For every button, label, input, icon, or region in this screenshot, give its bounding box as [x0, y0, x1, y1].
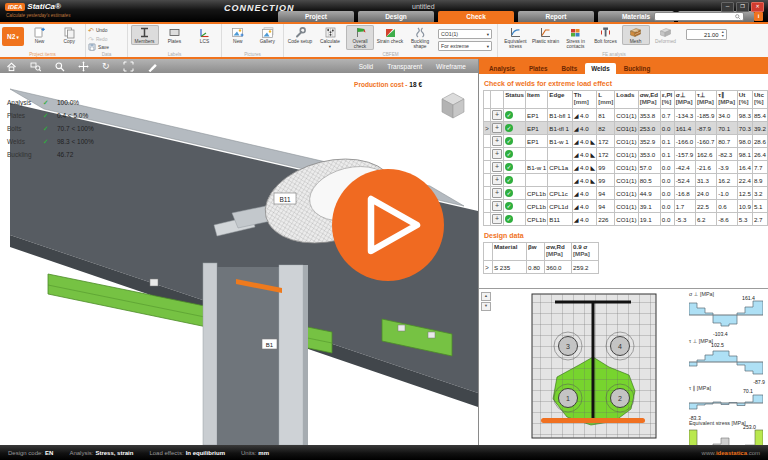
weld-row[interactable]: ◢ 4.0 ◣ 99 CO1(1) 80.5 0.0 -52.4 31.3 16… — [484, 174, 768, 187]
scale-up-button[interactable]: ▲ — [481, 292, 491, 301]
search-box[interactable] — [654, 12, 744, 21]
spinner-down-icon[interactable]: ▼ — [721, 35, 724, 39]
pan-icon[interactable] — [78, 61, 89, 72]
main-tab[interactable]: Project — [278, 11, 354, 22]
play-button[interactable] — [332, 169, 444, 281]
svg-text:1: 1 — [566, 395, 570, 402]
sigma-wed-cell: 253.0 — [638, 122, 660, 135]
expand-row-button[interactable] — [492, 110, 502, 120]
edge-cell: CPL1a — [548, 161, 572, 174]
save-button[interactable]: Save — [88, 44, 125, 51]
zoom-icon[interactable] — [54, 61, 65, 72]
results-tab[interactable]: Welds — [585, 63, 615, 74]
weld-row[interactable]: ◢ 4.0 ◣ 172 CO1(1) 353.0 0.1 -157.9 162.… — [484, 148, 768, 161]
load-case-select[interactable]: CO1(1) — [438, 29, 492, 39]
bolt-forces-button[interactable]: Bolt forces — [592, 25, 620, 45]
website-link[interactable]: www.ideastatica.com — [702, 450, 760, 456]
main-tab[interactable]: Check — [438, 11, 514, 22]
copy-item-button[interactable]: Copy — [55, 25, 83, 45]
utc-cell: 85.4 — [752, 109, 767, 122]
results-tab[interactable]: Plates — [523, 63, 554, 74]
length-cell: 172 — [597, 135, 615, 148]
edge-cell: CPL1c — [548, 187, 572, 200]
row-marker — [484, 109, 491, 122]
check-summary-row: Analysis 100.0% — [7, 96, 94, 109]
expand-row-button[interactable] — [492, 201, 502, 211]
expand-row-button[interactable] — [492, 214, 502, 224]
mesh-button[interactable]: Mesh — [622, 25, 650, 45]
tau-perp-cell: -87.9 — [695, 122, 716, 135]
new-picture-button[interactable]: New — [224, 25, 252, 45]
results-tab[interactable]: Bolts — [555, 63, 583, 74]
new-item-button[interactable]: New — [26, 25, 54, 45]
main-tab[interactable]: Design — [358, 11, 434, 22]
view-mode-option[interactable]: Wireframe — [436, 63, 466, 70]
members-labels-button[interactable]: Members — [131, 25, 159, 45]
view-mode-option[interactable]: Transparent — [387, 63, 422, 70]
stress-chart-icon — [509, 26, 522, 39]
weld-row[interactable]: > EP1 B1-tfl 1 ◢ 4.0 82 CO1(1) 253.0 0.0… — [484, 122, 768, 135]
weld-row[interactable]: CPL1b CPL1d ◢ 4.0 94 CO1(1) 39.1 0.0 1.7… — [484, 200, 768, 213]
extreme-filter-select[interactable]: For extreme — [438, 41, 492, 51]
home-view-icon[interactable] — [6, 61, 17, 72]
strain-check-button[interactable]: Strain check — [376, 25, 404, 45]
navigation-cube[interactable] — [436, 88, 470, 122]
overall-check-button[interactable]: Overall check — [346, 25, 374, 50]
sigma-perp-cell: 1.7 — [674, 200, 695, 213]
titlebar: IDEA StatiCa® Calculate yesterday's esti… — [0, 0, 768, 24]
close-button[interactable] — [751, 2, 764, 12]
design-data-row[interactable]: > S 235 0.80 360.0 259.2 — [484, 261, 599, 274]
zoom-fit-icon[interactable] — [123, 61, 134, 72]
equivalent-stress-button[interactable]: Equivalent stress — [502, 25, 530, 50]
view-mode-option[interactable]: Solid — [359, 63, 373, 70]
tau-par-cell: 80.7 — [717, 135, 738, 148]
minimize-button[interactable] — [721, 2, 734, 12]
weld-row[interactable]: B1-w 1 CPL1a ◢ 4.0 ◣ 99 CO1(1) 57.0 0.0 … — [484, 161, 768, 174]
buckling-shape-button[interactable]: Buckling shape — [406, 25, 434, 50]
tau-par-cell: 16.2 — [717, 174, 738, 187]
item-cell: CPL1b — [526, 187, 548, 200]
project-item-selector[interactable]: N2 — [2, 27, 24, 46]
ut-cell: 5.3 — [737, 213, 752, 226]
deformed-button[interactable]: Deformed — [652, 25, 680, 45]
maximize-button[interactable] — [736, 2, 749, 12]
status-ok-icon — [505, 124, 513, 132]
code-setup-button[interactable]: Code setup — [286, 25, 314, 45]
calculate-button[interactable]: Calculate — [316, 25, 344, 50]
weld-row[interactable]: CPL1b CPL1c ◢ 4.0 94 CO1(1) 44.9 0.0 -16… — [484, 187, 768, 200]
weld-row[interactable]: CPL1b B11 ◢ 4.0 226 CO1(1) 19.1 0.0 -5.3… — [484, 213, 768, 226]
throat-cell: ◢ 4.0 ◣ — [572, 148, 597, 161]
stress-in-contacts-button[interactable]: Stress in contacts — [562, 25, 590, 50]
expand-row-button[interactable] — [492, 149, 502, 159]
main-tab[interactable]: Report — [518, 11, 594, 22]
weld-row[interactable]: EP1 B1-bfl 1 ◢ 4.0 81 CO1(1) 353.8 0.7 -… — [484, 109, 768, 122]
lcs-labels-button[interactable]: LCS — [191, 25, 219, 45]
weld-mesh-figure: 3 4 1 2 — [529, 291, 659, 441]
expand-row-button[interactable] — [492, 175, 502, 185]
render-style-icon[interactable] — [147, 61, 158, 72]
search-input[interactable] — [665, 14, 735, 20]
tagline: Calculate yesterday's estimates — [6, 13, 70, 18]
undo-button[interactable]: ↶Undo — [88, 27, 125, 34]
redo-button[interactable]: ↷Redo — [88, 36, 125, 43]
plastic-strain-button[interactable]: Plastic strain — [532, 25, 560, 45]
ribbon-group-data: ↶Undo ↷Redo Save Data — [86, 24, 128, 57]
plates-labels-button[interactable]: Plates — [161, 25, 189, 45]
expand-row-button[interactable] — [492, 123, 502, 133]
viewport-canvas[interactable]: B11 B1 Analysis — [0, 73, 478, 445]
loads-cell: CO1(1) — [615, 122, 638, 135]
gallery-button[interactable]: Gallery — [254, 25, 282, 45]
results-tab[interactable]: Buckling — [618, 63, 657, 74]
info-button[interactable] — [754, 12, 763, 21]
expand-row-button[interactable] — [492, 188, 502, 198]
expand-row-button[interactable] — [492, 162, 502, 172]
rotate-icon[interactable]: ↻ — [102, 61, 110, 72]
mesh-scale-spinner[interactable]: 21.00 ▲ ▼ — [686, 29, 727, 40]
expand-row-button[interactable] — [492, 136, 502, 146]
results-tab[interactable]: Analysis — [483, 63, 521, 74]
scale-down-button[interactable]: ▼ — [481, 302, 491, 311]
zoom-window-icon[interactable] — [30, 61, 41, 72]
sigma-perp-cell: -166.0 — [674, 135, 695, 148]
edge-cell: B1-w 1 — [548, 135, 572, 148]
weld-row[interactable]: EP1 B1-w 1 ◢ 4.0 ◣ 172 CO1(1) 352.9 0.1 … — [484, 135, 768, 148]
